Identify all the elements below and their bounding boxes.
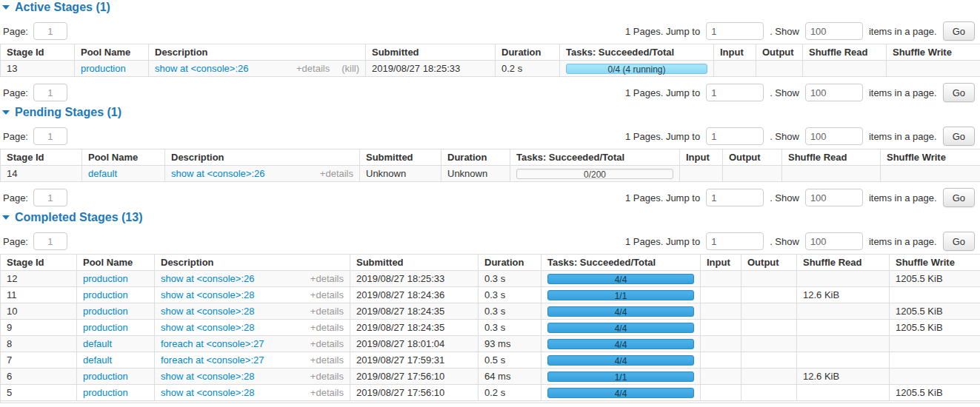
col-header-shuffle-read[interactable]: Shuffle Read — [797, 255, 890, 271]
go-button[interactable]: Go — [943, 21, 975, 41]
jump-to-input[interactable] — [706, 232, 764, 250]
page-label: Page: — [3, 87, 28, 98]
description-cell: show at <console>:28+details — [155, 287, 350, 303]
show-count-input[interactable] — [805, 22, 863, 40]
input-cell — [714, 61, 756, 77]
go-button[interactable]: Go — [943, 232, 975, 251]
description-link[interactable]: show at <console>:26 — [161, 273, 254, 284]
col-header-description[interactable]: Description — [149, 44, 366, 61]
pool-name-link[interactable]: production — [83, 306, 128, 317]
description-link[interactable]: foreach at <console>:27 — [161, 338, 264, 349]
col-header-stage-id[interactable]: Stage Id — [1, 149, 82, 166]
description-link[interactable]: show at <console>:26 — [171, 168, 264, 179]
details-toggle[interactable]: +details — [310, 354, 344, 366]
col-header-tasks-succeeded-total[interactable]: Tasks: Succeeded/Total — [560, 44, 714, 61]
col-header-description[interactable]: Description — [155, 255, 350, 271]
col-header-duration[interactable]: Duration — [479, 255, 541, 271]
task-progress-label: 0/200 — [584, 169, 606, 180]
col-header-input[interactable]: Input — [714, 44, 756, 61]
col-header-submitted[interactable]: Submitted — [366, 44, 496, 61]
details-toggle[interactable]: +details — [310, 273, 344, 284]
details-toggle[interactable]: +details — [320, 168, 353, 179]
duration-cell: 93 ms — [479, 336, 541, 352]
description-link[interactable]: show at <console>:28 — [161, 306, 254, 317]
col-header-input[interactable]: Input — [680, 149, 723, 166]
col-header-shuffle-write[interactable]: Shuffle Write — [887, 44, 980, 61]
page-number-input[interactable] — [33, 22, 67, 40]
pool-name-cell: default — [77, 352, 155, 369]
details-toggle[interactable]: +details — [310, 322, 344, 333]
details-toggle[interactable]: +details — [310, 371, 344, 382]
col-header-tasks-succeeded-total[interactable]: Tasks: Succeeded/Total — [541, 255, 701, 271]
description-link[interactable]: show at <console>:28 — [161, 387, 254, 398]
page-number-input[interactable] — [33, 232, 67, 250]
jump-to-input[interactable] — [706, 189, 764, 206]
go-button[interactable]: Go — [943, 127, 975, 146]
task-progress-bar: 0/200 — [516, 169, 673, 179]
task-progress-bar: 4/4 — [547, 306, 694, 317]
description-actions: +details — [303, 371, 344, 382]
completed-section-title[interactable]: Completed Stages (13) — [0, 210, 980, 224]
details-toggle[interactable]: +details — [310, 387, 344, 398]
go-button[interactable]: Go — [943, 83, 975, 102]
items-per-page-text: items in a page. — [869, 131, 937, 142]
pages-count-text: 1 Pages. Jump to — [625, 26, 700, 37]
jump-to-input[interactable] — [706, 22, 764, 40]
description-link[interactable]: show at <console>:28 — [161, 289, 254, 300]
col-header-output[interactable]: Output — [756, 44, 803, 61]
details-toggle[interactable]: +details — [310, 338, 344, 349]
task-progress-label: 4/4 — [615, 275, 627, 285]
description-link[interactable]: show at <console>:28 — [161, 322, 254, 333]
col-header-stage-id[interactable]: Stage Id — [1, 44, 75, 61]
col-header-pool-name[interactable]: Pool Name — [77, 255, 155, 271]
go-button[interactable]: Go — [943, 188, 975, 207]
pool-name-link[interactable]: default — [88, 168, 117, 179]
pool-name-link[interactable]: production — [81, 63, 126, 74]
details-toggle[interactable]: +details — [310, 289, 344, 300]
col-header-stage-id[interactable]: Stage Id — [1, 255, 77, 271]
col-header-pool-name[interactable]: Pool Name — [82, 149, 165, 166]
col-header-description[interactable]: Description — [165, 149, 360, 166]
details-toggle[interactable]: +details — [296, 63, 330, 74]
jump-to-input[interactable] — [706, 127, 764, 145]
submitted-cell: 2019/08/27 17:56:10 — [350, 385, 479, 401]
pool-name-link[interactable]: default — [83, 338, 112, 349]
pool-name-link[interactable]: production — [83, 371, 128, 382]
page-number-input[interactable] — [33, 127, 67, 145]
kill-link[interactable]: (kill) — [341, 63, 359, 74]
col-header-tasks-succeeded-total[interactable]: Tasks: Succeeded/Total — [510, 149, 680, 166]
col-header-shuffle-read[interactable]: Shuffle Read — [782, 149, 881, 166]
items-per-page-text: items in a page. — [869, 192, 937, 204]
col-header-pool-name[interactable]: Pool Name — [75, 44, 149, 61]
col-header-submitted[interactable]: Submitted — [350, 255, 479, 271]
page-number-input[interactable] — [33, 189, 67, 206]
pending-section-title[interactable]: Pending Stages (1) — [0, 105, 980, 119]
pool-name-link[interactable]: production — [83, 322, 128, 333]
tasks-cell: 4/4 — [541, 336, 701, 352]
pool-name-link[interactable]: production — [83, 273, 128, 284]
pool-name-cell: production — [75, 61, 149, 77]
col-header-shuffle-write[interactable]: Shuffle Write — [890, 255, 980, 271]
description-link[interactable]: show at <console>:28 — [161, 371, 254, 382]
description-link[interactable]: foreach at <console>:27 — [161, 354, 264, 366]
col-header-duration[interactable]: Duration — [441, 149, 510, 166]
page-number-input[interactable] — [33, 84, 67, 101]
col-header-output[interactable]: Output — [723, 149, 782, 166]
col-header-input[interactable]: Input — [701, 255, 741, 271]
active-section-title[interactable]: Active Stages (1) — [0, 0, 980, 14]
pool-name-link[interactable]: production — [83, 289, 128, 300]
show-count-input[interactable] — [805, 84, 863, 101]
col-header-duration[interactable]: Duration — [496, 44, 560, 61]
col-header-shuffle-write[interactable]: Shuffle Write — [881, 149, 980, 166]
col-header-shuffle-read[interactable]: Shuffle Read — [803, 44, 887, 61]
show-count-input[interactable] — [805, 127, 863, 145]
col-header-submitted[interactable]: Submitted — [360, 149, 441, 166]
pool-name-link[interactable]: default — [83, 354, 112, 366]
col-header-output[interactable]: Output — [741, 255, 797, 271]
pool-name-link[interactable]: production — [83, 387, 128, 398]
show-count-input[interactable] — [805, 232, 863, 250]
show-count-input[interactable] — [805, 189, 863, 206]
details-toggle[interactable]: +details — [310, 306, 344, 317]
description-link[interactable]: show at <console>:26 — [155, 63, 248, 74]
jump-to-input[interactable] — [706, 84, 764, 101]
